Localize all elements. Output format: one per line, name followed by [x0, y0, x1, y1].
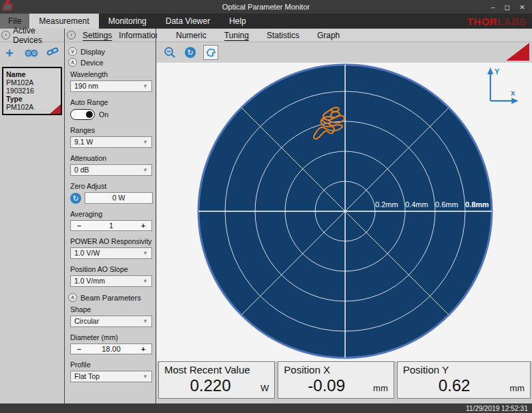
diameter-stepper: – 18.00 + [70, 343, 152, 354]
auto-range-toggle[interactable] [70, 109, 95, 120]
status-bar: 11/29/2019 12:52:31 [0, 403, 532, 413]
readout-position-x: Position X -0.09 mm [278, 361, 394, 399]
chevron-down-icon: ▼ [143, 276, 148, 287]
freeform-shape-icon [205, 47, 216, 58]
maximize-button[interactable]: ◻ [504, 3, 509, 11]
profile-label: Profile [70, 361, 153, 369]
chevron-down-icon: ▼ [143, 371, 148, 382]
shape-label: Shape [70, 305, 153, 313]
readout-unit: mm [505, 383, 524, 393]
minimize-button[interactable]: – [491, 3, 495, 11]
menu-bar: File Measurement Monitoring Data Viewer … [0, 14, 532, 29]
wavelength-select[interactable]: 190 nm▼ [70, 80, 152, 92]
position-ao-label: Position AO Slope [70, 265, 153, 273]
section-beam-parameters[interactable]: ∧ Beam Parameters [68, 293, 153, 302]
readout-most-recent-value: Most Recent Value 0.220 W [158, 361, 275, 399]
tab-statistics[interactable]: Statistics [267, 31, 299, 40]
collapse-settings-icon[interactable]: ‹ [67, 31, 76, 40]
readout-unit: mm [369, 383, 388, 393]
active-devices-header: Active Devices [13, 26, 63, 45]
diameter-increment-button[interactable]: + [135, 345, 151, 353]
diameter-decrement-button[interactable]: – [71, 345, 87, 353]
readout-value: 0.220 [164, 376, 256, 395]
app-window: Optical Parameter Monitor – ◻ ✕ File Mea… [0, 0, 532, 413]
chevron-down-icon: ▼ [143, 81, 148, 92]
collapse-devices-icon[interactable]: ‹ [1, 31, 10, 40]
main-area: Numeric Tuning Statistics Graph ↻ [157, 29, 532, 403]
chevron-down-icon: ▼ [143, 248, 148, 259]
tab-graph[interactable]: Graph [317, 31, 340, 40]
tab-settings[interactable]: Settings [83, 31, 112, 40]
zoom-out-icon [164, 46, 176, 59]
zero-adjust-label: Zero Adjust [70, 182, 153, 190]
device-name: PM102A 1903216 [6, 78, 58, 95]
readout-title: Position X [284, 364, 387, 376]
shape-select[interactable]: Circular▼ [70, 316, 152, 327]
plot-canvas[interactable]: 0.2mm 0.4mm 0.6mm 0.8mm Y x [157, 63, 532, 361]
chevron-down-icon: ▼ [143, 316, 148, 327]
averaging-label: Averaging [70, 210, 153, 218]
axes-indicator: Y x [488, 67, 519, 104]
plot-toolbar: ↻ [157, 42, 532, 63]
settings-panel: ‹ Settings Information ∨ Display ∧ Devic… [65, 29, 156, 403]
readout-title: Most Recent Value [164, 364, 269, 376]
menu-help[interactable]: Help [220, 14, 256, 29]
zero-adjust-value: 0 W [85, 192, 153, 204]
averaging-increment-button[interactable]: + [135, 221, 151, 230]
expand-corner-marker[interactable] [506, 43, 529, 61]
chevron-down-icon: ▼ [143, 137, 148, 148]
averaging-value[interactable]: 1 [87, 221, 135, 230]
zoom-out-button[interactable] [162, 45, 177, 60]
profile-select[interactable]: Flat Top▼ [70, 371, 152, 382]
ranges-label: Ranges [70, 126, 153, 134]
readout-title: Position Y [403, 364, 524, 376]
chevron-up-icon[interactable]: ∧ [68, 293, 77, 302]
section-device[interactable]: ∧ Device [68, 58, 153, 67]
section-display[interactable]: ∨ Display [68, 47, 153, 56]
ranges-select[interactable]: 9.1 W▼ [70, 136, 152, 148]
tab-information[interactable]: Information [119, 31, 160, 40]
configure-device-icon[interactable]: ⚙⚙ [24, 48, 35, 59]
y-axis-label: Y [494, 67, 500, 76]
attenuation-select[interactable]: 0 dB▼ [70, 164, 152, 176]
device-name-label: Name [6, 70, 58, 78]
reset-view-icon: ↻ [185, 47, 196, 58]
averaging-stepper: – 1 + [70, 220, 152, 231]
tab-numeric[interactable]: Numeric [176, 31, 207, 40]
connect-device-icon[interactable] [46, 46, 59, 60]
averaging-decrement-button[interactable]: – [71, 221, 87, 230]
ring-label-0.6mm: 0.6mm [435, 200, 458, 209]
add-device-icon[interactable]: + [5, 47, 14, 59]
power-ao-select[interactable]: 1.0 V/W▼ [70, 247, 152, 259]
menu-data-viewer[interactable]: Data Viewer [156, 14, 220, 29]
status-timestamp: 11/29/2019 12:52:31 [466, 405, 528, 412]
thorlabs-logo: THORLABS [467, 14, 532, 29]
readout-position-y: Position Y 0.62 mm [397, 361, 531, 399]
chevron-down-icon[interactable]: ∨ [68, 47, 77, 56]
readout-value: 0.62 [403, 376, 506, 395]
title-bar: Optical Parameter Monitor – ◻ ✕ [0, 0, 532, 14]
chevron-up-icon[interactable]: ∧ [68, 58, 77, 67]
wavelength-label: Wavelength [70, 70, 153, 78]
attenuation-label: Attenuation [70, 154, 153, 162]
ring-label-0.4mm: 0.4mm [405, 200, 428, 209]
diameter-label: Diameter (mm) [70, 333, 153, 341]
diameter-value[interactable]: 18.00 [87, 345, 135, 353]
reset-view-button[interactable]: ↻ [183, 45, 198, 60]
chevron-down-icon: ▼ [143, 165, 148, 176]
readout-unit: W [256, 383, 269, 393]
freeform-trace-button[interactable] [203, 45, 218, 60]
device-type-label: Type [6, 95, 58, 103]
device-card[interactable]: Name PM102A 1903216 Type PM102A [2, 67, 62, 115]
x-axis-label: x [511, 89, 516, 97]
tab-tuning[interactable]: Tuning [224, 31, 249, 40]
power-ao-label: POWER AO Responsivity [70, 237, 153, 245]
zero-adjust-icon[interactable]: ↻ [70, 193, 81, 204]
auto-range-label: Auto Range [70, 98, 153, 106]
close-button[interactable]: ✕ [520, 3, 525, 11]
active-devices-panel: ‹ Active Devices + ⚙⚙ Name PM102A 19 [0, 29, 65, 403]
tuning-plot[interactable]: 0.2mm 0.4mm 0.6mm 0.8mm Y x [157, 63, 532, 361]
position-ao-select[interactable]: 1.0 V/mm▼ [70, 275, 152, 287]
menu-monitoring[interactable]: Monitoring [99, 14, 156, 29]
device-selected-marker [50, 104, 61, 114]
